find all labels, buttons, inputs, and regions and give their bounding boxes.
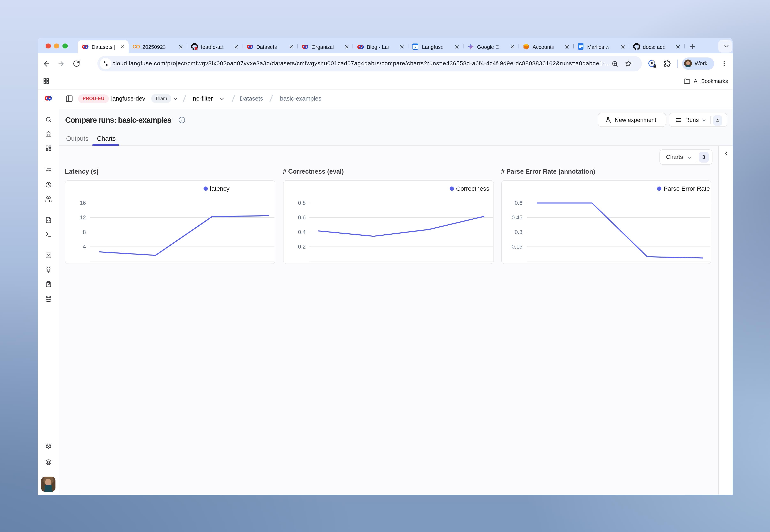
svg-text:0.6: 0.6 xyxy=(514,200,522,206)
svg-text:0.8: 0.8 xyxy=(298,200,306,206)
svg-text:12: 12 xyxy=(80,214,86,220)
svg-text:0.3: 0.3 xyxy=(514,229,522,235)
svg-text:16: 16 xyxy=(80,200,86,206)
svg-text:8: 8 xyxy=(83,229,86,235)
svg-text:Parse Error Rate: Parse Error Rate xyxy=(663,185,710,192)
svg-text:0.2: 0.2 xyxy=(298,243,306,250)
svg-text:0.45: 0.45 xyxy=(511,214,522,220)
svg-text:0.15: 0.15 xyxy=(511,243,522,250)
svg-text:latency: latency xyxy=(210,185,230,192)
svg-text:0.6: 0.6 xyxy=(298,214,306,220)
svg-text:Correctness: Correctness xyxy=(456,185,489,192)
svg-text:0.4: 0.4 xyxy=(298,229,306,235)
svg-text:4: 4 xyxy=(83,243,86,250)
